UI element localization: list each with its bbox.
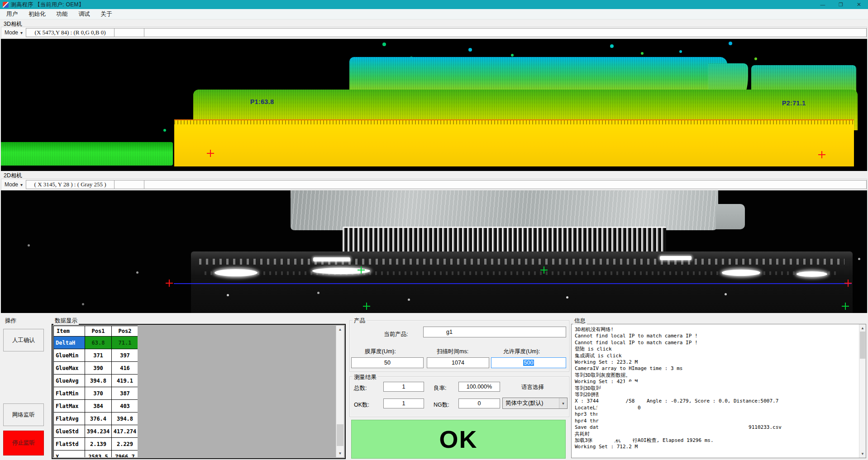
data-table-body: DeltaH63.871.1GlueMin371397GlueMax390416… [54,337,138,458]
camera2d-cursor-status: ( X 3145, Y 28 ) : ( Gray 255 ) [26,180,114,189]
table-cell: GlueMin [54,349,85,362]
ng-count-field[interactable]: 0 [458,398,500,408]
camera3d-status-cell [114,28,144,37]
total-field[interactable]: 1 [383,382,424,392]
table-cell: 2583.5 [85,451,112,458]
column-header[interactable]: Pos1 [85,326,112,337]
total-label: 总数: [354,384,367,392]
result-status-banner: OK [351,420,566,459]
log-line: 登陆 is click [575,346,858,352]
camera3d-viewport[interactable]: P1:63.8 P2:71.1 [1,39,867,171]
pcb-board [291,190,718,230]
table-cell: 71.1 [112,337,138,349]
crosshair-marker-green [363,303,370,310]
table-row[interactable]: FlatMax384403 [54,400,138,413]
table-row[interactable]: GlueAvg394.8419.1 [54,375,138,387]
camera2d-mode-dropdown[interactable]: Mode [1,181,26,188]
menu-item[interactable]: 功能 [51,10,73,18]
menu-item[interactable]: 初始化 [23,10,51,18]
table-row[interactable]: FlatStd2.1392.229 [54,438,138,451]
minimize-button[interactable] [814,0,832,9]
data-table-header-row: ItemPos1Pos2 [54,326,138,337]
heightmap-green-strip [1,142,173,166]
language-combobox[interactable]: 简体中文(默认) [502,398,568,409]
camera2d-viewport[interactable] [1,190,867,313]
scroll-up-icon[interactable] [859,324,866,332]
operation-label: 操作 [4,317,18,325]
ok-count-field[interactable]: 1 [383,398,424,408]
log-line: 3D相机没有网络! [575,327,858,333]
product-label: 产品 [353,317,367,325]
film-thickness-label: 膜厚度(Um): [365,348,396,356]
log-line: Cannot find local IP to match camera IP … [575,333,858,339]
scan-time-label: 扫描时间ms: [437,348,468,356]
table-cell: 2.139 [85,438,112,451]
info-scrollbar[interactable] [859,324,866,458]
allowed-thickness-field[interactable]: 500 [491,357,566,368]
chevron-down-icon [559,398,567,408]
menu-item[interactable]: 用户 [1,10,23,18]
table-cell: 397 [112,349,138,362]
chevron-down-icon [20,181,23,188]
film-thickness-field[interactable]: 50 [351,357,424,368]
glue-highlight [796,271,827,277]
camera3d-mode-dropdown[interactable]: Mode [1,29,26,36]
table-cell: 370 [85,387,112,400]
scroll-down-icon[interactable] [336,450,344,457]
table-cell: 376.4 [85,413,112,425]
speckle-noise [1,190,2,192]
column-header[interactable]: Pos2 [112,326,138,337]
crosshair-marker [166,280,173,287]
yield-field[interactable]: 100.000% [458,382,500,392]
scrollbar-thumb[interactable] [860,332,865,359]
language-select-label: 语言选择 [521,384,544,391]
window-title: 测高程序 【当前用户: OEM】 [11,1,84,9]
window-controls [814,0,868,9]
column-header[interactable]: Item [54,326,85,337]
log-line: Working Set : 223.2 M [575,359,858,365]
p2-measurement-label: P2:71.1 [782,100,806,107]
stop-listen-button[interactable]: 停止监听 [3,431,44,455]
table-cell: DeltaH [54,337,85,349]
table-cell: 384 [85,400,112,413]
table-row[interactable]: GlueStd394.234417.274 [54,425,138,438]
camera3d-toolbar: Mode (X 5473,Y 84) : (R 0,G 0,B 0) [1,27,867,38]
menu-item[interactable]: 关于 [95,10,118,18]
table-row[interactable]: FlatAvg376.4394.8 [54,413,138,425]
data-display-label: 数据显示 [53,317,79,325]
table-cell: FlatMax [54,400,85,413]
table-cell: GlueMax [54,362,85,375]
table-row[interactable]: GlueMin371397 [54,349,138,362]
table-row[interactable]: FlatMin370387 [54,387,138,400]
ng-count-label: NG数: [434,401,449,409]
selected-text: 500 [523,360,534,366]
scrollbar-thumb[interactable] [337,424,343,446]
table-cell: 63.8 [85,337,112,349]
table-cell: 417.274 [112,425,138,438]
scroll-up-icon[interactable] [336,326,344,333]
crosshair-marker-green [842,303,849,310]
table-row[interactable]: GlueMax390416 [54,362,138,375]
menu-item[interactable]: 调试 [73,10,95,18]
network-listen-button[interactable]: 网络监听 [3,403,44,426]
current-product-field[interactable]: g1 [423,327,566,337]
table-row[interactable]: DeltaH63.871.1 [54,337,138,349]
scroll-down-icon[interactable] [859,450,866,458]
table-row[interactable]: X2583.57966.7 [54,451,138,458]
crosshair-marker-green [540,266,548,274]
log-line: 集成调试 is click [575,353,858,359]
log-line: 等到3D取到灰度图数据。 [575,372,858,379]
camera3d-cursor-status: (X 5473,Y 84) : (R 0,G 0,B 0) [26,28,114,37]
close-button[interactable] [850,0,868,9]
app-window: 测高程序 【当前用户: OEM】 用户初始化功能调试关于 3D相机 Mode (… [0,0,868,460]
table-cell: GlueAvg [54,375,85,387]
table-scrollbar[interactable] [336,326,344,457]
camera3d-status-cell [144,28,867,37]
maximize-button[interactable] [832,0,850,9]
table-cell: 371 [85,349,112,362]
manual-confirm-button[interactable]: 人工确认 [3,329,44,351]
glue-highlight [722,270,760,276]
results-label: 测量结果 [353,374,378,381]
base-slab [191,251,853,313]
scan-time-field[interactable]: 1074 [427,357,489,368]
